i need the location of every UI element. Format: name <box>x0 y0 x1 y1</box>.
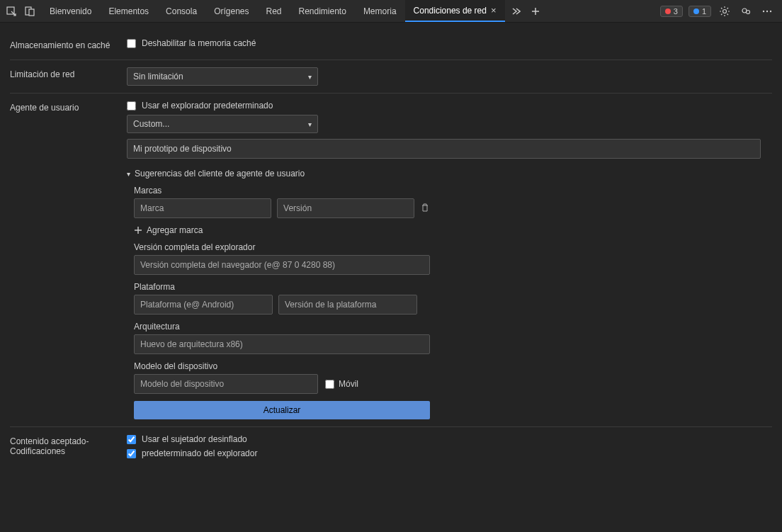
device-toggle-icon[interactable] <box>23 4 37 18</box>
user-agent-label: Agente de usuario <box>10 101 127 113</box>
use-default-ua-label: Usar el explorador predeterminado <box>142 101 273 111</box>
tab-welcome[interactable]: Bienvenido <box>41 0 100 22</box>
add-brand-label: Agregar marca <box>147 225 203 235</box>
throttling-select[interactable]: Sin limitación ▾ <box>127 67 318 86</box>
platform-label: Plataforma <box>134 282 431 292</box>
update-button[interactable]: Actualizar <box>134 401 430 419</box>
svg-point-3 <box>723 9 727 13</box>
caching-label: Almacenamiento en caché <box>10 38 127 50</box>
brand-version-input[interactable] <box>277 198 414 218</box>
chevron-down-icon: ▾ <box>308 120 312 128</box>
tab-label: Condiciones de red <box>414 6 487 16</box>
add-brand-button[interactable]: Agregar marca <box>134 225 431 235</box>
throttling-label: Limitación de red <box>10 67 127 79</box>
full-version-label: Versión completa del explorador <box>134 242 431 252</box>
browser-default-label: predeterminado del explorador <box>142 448 257 458</box>
close-icon[interactable]: × <box>491 5 497 16</box>
svg-rect-2 <box>29 9 34 16</box>
full-version-input[interactable] <box>134 255 430 275</box>
use-default-ua-checkbox[interactable] <box>127 101 136 111</box>
client-hints-label: Sugerencias del cliente de agente de usu… <box>135 169 305 179</box>
svg-point-5 <box>747 10 750 13</box>
architecture-input[interactable] <box>134 334 430 354</box>
more-icon[interactable] <box>759 4 775 19</box>
disable-cache-label: Deshabilitar la memoria caché <box>142 38 256 48</box>
inspect-icon[interactable] <box>4 4 18 18</box>
disable-cache-checkbox[interactable] <box>127 39 136 48</box>
tab-elements[interactable]: Elementos <box>100 0 157 22</box>
custom-ua-input[interactable] <box>127 139 761 159</box>
tab-console[interactable]: Consola <box>157 0 205 22</box>
device-model-label: Modelo del dispositivo <box>134 361 431 371</box>
deflate-label: Usar el sujetador desinflado <box>142 434 247 444</box>
chevron-down-icon: ▾ <box>127 170 130 178</box>
error-count: 3 <box>674 7 678 16</box>
settings-icon[interactable] <box>717 4 732 19</box>
deflate-checkbox[interactable] <box>127 435 136 444</box>
feedback-icon[interactable] <box>738 4 754 19</box>
svg-point-7 <box>766 10 768 11</box>
add-tab-icon[interactable] <box>528 4 543 19</box>
device-model-input[interactable] <box>134 374 318 394</box>
architecture-label: Arquitectura <box>134 322 431 332</box>
platform-input[interactable] <box>134 295 273 315</box>
info-badge[interactable]: 1 <box>688 6 711 17</box>
tab-network-conditions[interactable]: Condiciones de red × <box>405 0 505 22</box>
throttling-value: Sin limitación <box>133 72 183 81</box>
ua-preset-select[interactable]: Custom... ▾ <box>127 115 318 133</box>
tab-performance[interactable]: Rendimiento <box>290 0 355 22</box>
svg-point-8 <box>770 10 771 11</box>
mobile-label: Móvil <box>339 379 358 389</box>
browser-default-checkbox[interactable] <box>127 449 136 458</box>
ua-preset-value: Custom... <box>133 119 169 129</box>
client-hints-expander[interactable]: ▾ Sugerencias del cliente de agente de u… <box>127 169 772 179</box>
svg-point-6 <box>763 10 764 11</box>
tab-sources[interactable]: Orígenes <box>205 0 257 22</box>
error-badge[interactable]: 3 <box>660 6 683 17</box>
brand-input[interactable] <box>134 198 271 218</box>
tab-network[interactable]: Red <box>257 0 290 22</box>
more-tabs-icon[interactable] <box>508 4 523 19</box>
encodings-label: Contenido aceptado- Codificaciones <box>10 434 127 456</box>
brands-label: Marcas <box>134 186 431 196</box>
mobile-checkbox[interactable] <box>325 380 334 389</box>
delete-icon[interactable] <box>420 203 431 214</box>
platform-version-input[interactable] <box>278 295 417 315</box>
tab-memory[interactable]: Memoria <box>355 0 405 22</box>
chevron-down-icon: ▾ <box>308 73 312 81</box>
info-count: 1 <box>702 7 706 16</box>
